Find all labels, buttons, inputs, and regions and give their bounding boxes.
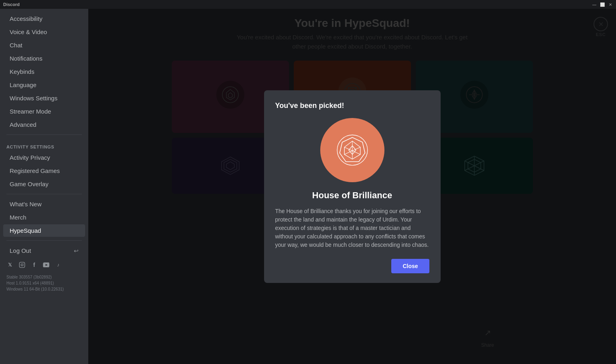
sidebar-item-streamer-mode[interactable]: Streamer Mode xyxy=(3,105,85,118)
facebook-icon[interactable]: f xyxy=(30,261,38,268)
sidebar-item-activity-privacy[interactable]: Activity Privacy xyxy=(3,151,85,164)
instagram-icon[interactable] xyxy=(18,261,26,268)
maximize-button[interactable]: ⬜ xyxy=(600,2,605,7)
modal-description: The House of Brilliance thanks you for j… xyxy=(275,207,429,249)
modal-house-name: House of Brilliance xyxy=(312,190,392,201)
sidebar-divider-3 xyxy=(6,240,82,241)
sidebar-item-accessibility[interactable]: Accessibility xyxy=(3,12,85,25)
sidebar-item-game-overlay[interactable]: Game Overlay xyxy=(3,178,85,190)
sidebar-divider-1 xyxy=(6,134,82,135)
tiktok-icon[interactable]: ♪ xyxy=(55,261,62,268)
sidebar: Accessibility Voice & Video Chat Notific… xyxy=(0,9,88,364)
main-content: You're in HypeSquad! You're excited abou… xyxy=(88,9,616,364)
sidebar-item-voice-video[interactable]: Voice & Video xyxy=(3,26,85,38)
svg-rect-0 xyxy=(19,262,24,267)
svg-point-1 xyxy=(21,264,23,266)
window-controls[interactable]: — ⬜ ✕ xyxy=(592,2,613,7)
sidebar-item-registered-games[interactable]: Registered Games xyxy=(3,165,85,177)
sidebar-item-windows-settings[interactable]: Windows Settings xyxy=(3,92,85,104)
modal-dialog: You've been picked! xyxy=(264,90,441,283)
sidebar-item-merch[interactable]: Merch xyxy=(3,211,85,224)
social-links: 𝕏 f ♪ xyxy=(0,257,88,272)
modal-overlay: You've been picked! xyxy=(88,9,616,364)
version-info: Stable 303557 (3b02892) Host 1.0.9151 x6… xyxy=(0,272,88,294)
sidebar-item-advanced[interactable]: Advanced xyxy=(3,118,85,131)
sidebar-item-keybinds[interactable]: Keybinds xyxy=(3,65,85,78)
version-os: Windows 11 64-Bit (10.0.22631) xyxy=(6,286,82,292)
modal-picked-title: You've been picked! xyxy=(275,102,344,110)
logout-icon: ↩ xyxy=(74,248,79,254)
youtube-icon[interactable] xyxy=(43,261,50,268)
sidebar-item-hypesquad[interactable]: HypeSquad xyxy=(3,224,85,237)
sidebar-item-notifications[interactable]: Notifications xyxy=(3,52,85,65)
twitter-icon[interactable]: 𝕏 xyxy=(6,261,14,268)
sidebar-item-language[interactable]: Language xyxy=(3,79,85,91)
logout-button[interactable]: Log Out ↩ xyxy=(3,244,85,257)
svg-point-2 xyxy=(23,263,24,264)
titlebar: Discord — ⬜ ✕ xyxy=(0,0,616,9)
minimize-button[interactable]: — xyxy=(592,2,597,7)
logout-label: Log Out xyxy=(10,247,31,254)
sidebar-item-whats-new[interactable]: What's New xyxy=(3,198,85,210)
sidebar-item-chat[interactable]: Chat xyxy=(3,39,85,51)
app-layout: Accessibility Voice & Video Chat Notific… xyxy=(0,9,616,364)
modal-house-icon xyxy=(320,118,384,182)
modal-close-button[interactable]: Close xyxy=(391,259,429,273)
activity-settings-label: ACTIVITY SETTINGS xyxy=(0,138,88,151)
version-stable: Stable 303557 (3b02892) xyxy=(6,274,82,280)
sidebar-divider-2 xyxy=(6,194,82,194)
app-title: Discord xyxy=(3,2,20,7)
close-button[interactable]: ✕ xyxy=(608,2,613,7)
version-host: Host 1.0.9151 x64 (48891) xyxy=(6,280,82,286)
